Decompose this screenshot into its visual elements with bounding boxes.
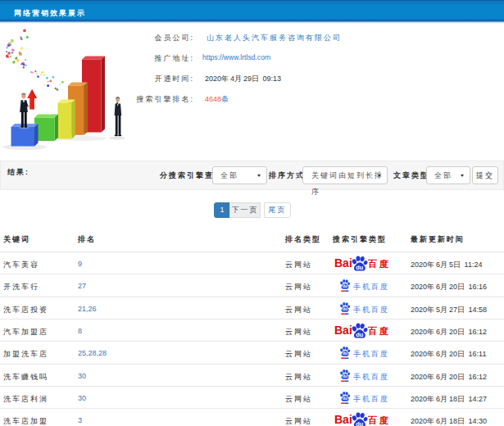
svg-text:du: du [343,397,347,401]
svg-text:du: du [356,264,364,271]
svg-text:du: du [343,284,347,288]
svg-text:du: du [343,307,347,311]
svg-text:du: du [343,351,347,356]
svg-text:du: du [356,420,364,426]
svg-text:du: du [343,374,347,378]
svg-text:du: du [356,331,364,338]
